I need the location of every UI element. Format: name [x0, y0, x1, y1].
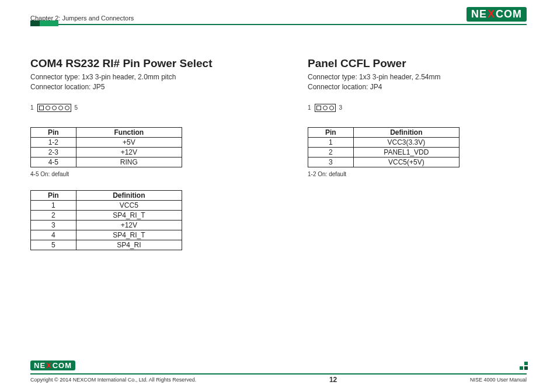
page-footer: NE X COM Copyright © 2014 NEXCOM Interna… [30, 373, 527, 384]
table-row: 3+12V [31, 220, 182, 230]
manual-name: NISE 4000 User Manual [470, 377, 527, 383]
table-cell: 1 [308, 137, 354, 147]
table-row: 4SP4_RI_T [31, 230, 182, 240]
pin-end-label: 3 [339, 104, 343, 111]
table-cell: 2-3 [31, 147, 76, 157]
definition-table: Pin Definition 1VCC52SP4_RI_T3+12V4SP4_R… [30, 190, 182, 250]
logo-text-post: COM [496, 8, 522, 20]
table-row: 3VCC5(+5V) [308, 157, 459, 167]
table-cell: 3 [308, 157, 354, 167]
pin-icon [329, 106, 334, 110]
table-cell: VCC3(3.3V) [353, 137, 459, 147]
connector-location: Connector location: JP4 [308, 82, 527, 92]
connector-diagram: 1 5 [30, 104, 249, 112]
table-cell: 5 [31, 240, 76, 250]
function-table: Pin Function 1-2+5V2-3+12V4-5RING [30, 127, 182, 167]
table-cell: 4-5 [31, 157, 76, 167]
footer-logo: NE X COM [30, 360, 75, 370]
section-com4: COM4 RS232 RI# Pin Power Select Connecto… [30, 57, 249, 254]
table-row: 4-5RING [31, 157, 182, 167]
page-number: 12 [329, 376, 337, 384]
connector-type: Connector type: 1x3 3-pin header, 2.54mm [308, 72, 527, 82]
pin-icon [316, 106, 321, 110]
table-cell: VCC5 [76, 200, 182, 210]
logo-text-x: X [488, 8, 495, 20]
table-cell: 4 [31, 230, 76, 240]
connector-icon [315, 104, 336, 112]
th-pin: Pin [31, 190, 76, 200]
table-cell: SP4_RI_T [76, 230, 182, 240]
nexcom-logo: NE X COM [467, 7, 527, 22]
table-cell: SP4_RI_T [76, 210, 182, 220]
table-note: 1-2 On: default [308, 171, 527, 177]
pin-icon [58, 106, 63, 110]
table-row: 1VCC5 [31, 200, 182, 210]
table-cell: 2 [308, 147, 354, 157]
table-cell: 1 [31, 200, 76, 210]
logo-text-pre: NE [471, 8, 487, 20]
connector-diagram: 1 3 [308, 104, 527, 112]
connector-location: Connector location: JP5 [30, 82, 249, 92]
table-cell: 2 [31, 210, 76, 220]
th-function: Function [76, 127, 182, 137]
table-cell: SP4_RI [76, 240, 182, 250]
header-accent [30, 20, 58, 26]
pin-icon [39, 106, 44, 110]
table-row: 1VCC3(3.3V) [308, 137, 459, 147]
pin-icon [65, 106, 69, 110]
pin-icon [46, 106, 50, 110]
table-row: 2-3+12V [31, 147, 182, 157]
table-row: 2PANEL1_VDD [308, 147, 459, 157]
table-cell: RING [76, 157, 182, 167]
section-title: Panel CCFL Power [308, 57, 527, 70]
table-cell: +12V [76, 220, 182, 230]
table-cell: 1-2 [31, 137, 76, 147]
section-title: COM4 RS232 RI# Pin Power Select [30, 57, 249, 70]
connector-type: Connector type: 1x3 3-pin header, 2.0mm … [30, 72, 249, 82]
table-row: 1-2+5V [31, 137, 182, 147]
pin-icon [323, 106, 328, 110]
th-pin: Pin [308, 127, 354, 137]
copyright: Copyright © 2014 NEXCOM International Co… [30, 377, 196, 383]
table-cell: 3 [31, 220, 76, 230]
pin-end-label: 5 [75, 104, 78, 111]
section-panel-ccfl: Panel CCFL Power Connector type: 1x3 3-p… [308, 57, 527, 254]
table-note: 4-5 On: default [30, 171, 249, 177]
table-cell: +5V [76, 137, 182, 147]
table-cell: VCC5(+5V) [353, 157, 459, 167]
pin-icon [52, 106, 57, 110]
table-cell: PANEL1_VDD [353, 147, 459, 157]
pin-start-label: 1 [308, 104, 311, 111]
table-row: 2SP4_RI_T [31, 210, 182, 220]
th-pin: Pin [31, 127, 76, 137]
table-cell: +12V [76, 147, 182, 157]
th-definition: Definition [76, 190, 182, 200]
footer-corner-icon [520, 362, 528, 370]
definition-table: Pin Definition 1VCC3(3.3V)2PANEL1_VDD3VC… [308, 127, 459, 167]
page-header: Chapter 2: Jumpers and Connectors NE X C… [30, 7, 527, 25]
table-row: 5SP4_RI [31, 240, 182, 250]
connector-icon [37, 104, 71, 112]
pin-start-label: 1 [30, 104, 34, 111]
th-definition: Definition [353, 127, 459, 137]
